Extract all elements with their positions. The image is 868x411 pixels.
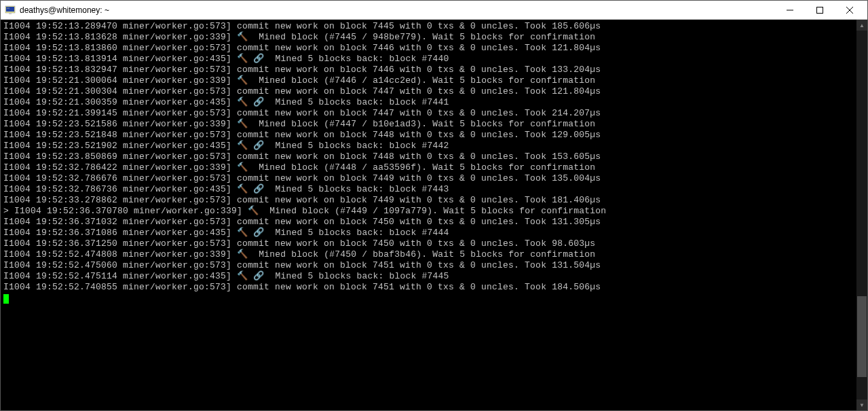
- titlebar[interactable]: deathys@whitemoney: ~: [1, 1, 867, 20]
- scrollbar[interactable]: ▲ ▼: [856, 20, 867, 410]
- svg-rect-2: [9, 13, 12, 14]
- log-line: I1004 19:52:52.475060 miner/worker.go:57…: [3, 260, 854, 271]
- terminal-output[interactable]: I1004 19:52:13.289470 miner/worker.go:57…: [1, 20, 856, 410]
- putty-icon: [5, 5, 16, 16]
- log-line: I1004 19:52:13.813914 miner/worker.go:43…: [3, 54, 854, 65]
- log-line: I1004 19:52:23.521902 miner/worker.go:43…: [3, 141, 854, 151]
- log-line: I1004 19:52:13.813860 miner/worker.go:57…: [3, 43, 854, 54]
- log-line: I1004 19:52:21.300359 miner/worker.go:43…: [3, 97, 854, 108]
- log-line: I1004 19:52:52.474808 miner/worker.go:33…: [3, 249, 854, 260]
- scroll-up-button[interactable]: ▲: [856, 20, 867, 31]
- scroll-down-button[interactable]: ▼: [856, 399, 867, 410]
- maximize-button[interactable]: [805, 1, 835, 20]
- log-line: I1004 19:52:21.300304 miner/worker.go:57…: [3, 86, 854, 97]
- log-line: I1004 19:52:32.786736 miner/worker.go:43…: [3, 184, 854, 195]
- log-line: I1004 19:52:36.371086 miner/worker.go:43…: [3, 228, 854, 238]
- log-line: I1004 19:52:36.371250 miner/worker.go:57…: [3, 238, 854, 249]
- log-line: I1004 19:52:21.300064 miner/worker.go:33…: [3, 75, 854, 86]
- log-line: I1004 19:52:33.278862 miner/worker.go:57…: [3, 195, 854, 206]
- terminal-area: I1004 19:52:13.289470 miner/worker.go:57…: [1, 20, 867, 410]
- window-title: deathys@whitemoney: ~: [20, 5, 109, 15]
- prompt-line: [3, 293, 854, 304]
- log-line: I1004 19:52:23.850869 miner/worker.go:57…: [3, 151, 854, 162]
- log-line: I1004 19:52:21.399145 miner/worker.go:57…: [3, 108, 854, 119]
- log-line: I1004 19:52:13.813628 miner/worker.go:33…: [3, 32, 854, 43]
- log-line: I1004 19:52:32.786422 miner/worker.go:33…: [3, 162, 854, 173]
- log-line: I1004 19:52:32.786676 miner/worker.go:57…: [3, 173, 854, 184]
- log-line: I1004 19:52:13.289470 miner/worker.go:57…: [3, 21, 854, 32]
- scroll-track[interactable]: [856, 31, 867, 399]
- log-line: I1004 19:52:13.832947 miner/worker.go:57…: [3, 65, 854, 75]
- close-button[interactable]: [835, 1, 865, 20]
- svg-point-3: [7, 7, 7, 8]
- putty-window: deathys@whitemoney: ~ I1004 19:52:13.289…: [0, 0, 868, 411]
- scroll-thumb[interactable]: [857, 296, 867, 377]
- svg-rect-1: [6, 7, 14, 12]
- svg-rect-6: [817, 7, 823, 13]
- log-line: I1004 19:52:52.475114 miner/worker.go:43…: [3, 271, 854, 282]
- log-line: I1004 19:52:23.521586 miner/worker.go:33…: [3, 119, 854, 130]
- log-line: > I1004 19:52:36.370780 miner/worker.go:…: [3, 206, 854, 217]
- terminal-cursor: [3, 294, 9, 304]
- svg-point-4: [8, 7, 9, 8]
- log-line: I1004 19:52:36.371032 miner/worker.go:57…: [3, 217, 854, 228]
- log-line: I1004 19:52:23.521848 miner/worker.go:57…: [3, 130, 854, 141]
- log-line: I1004 19:52:52.740855 miner/worker.go:57…: [3, 282, 854, 293]
- minimize-button[interactable]: [775, 1, 805, 20]
